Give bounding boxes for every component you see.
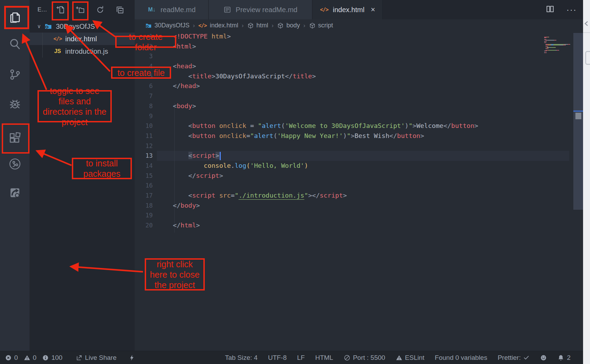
breadcrumb-item-30DaysOfJS[interactable]: 30DaysOfJS bbox=[145, 22, 189, 29]
code-line bbox=[173, 111, 478, 121]
vscode-window: ⚙ E... ∨30DaysOfJS</>index.htmlJSintrodu… bbox=[0, 0, 590, 364]
status-item-100[interactable]: 100 bbox=[42, 354, 62, 362]
refresh-icon bbox=[95, 5, 105, 15]
activity-share-icon[interactable] bbox=[0, 180, 30, 206]
code-line: <script src="./introduction.js"></script… bbox=[173, 191, 478, 201]
status-item-lightning-icon[interactable] bbox=[128, 354, 135, 361]
tab-Preview readMe.md[interactable]: Preview readMe.md bbox=[209, 0, 312, 19]
code-line: <button onclick = "alert('Welcome to 30D… bbox=[173, 121, 478, 131]
status-item-UTF-8[interactable]: UTF-8 bbox=[268, 354, 287, 362]
breadcrumb-item-index.html[interactable]: </>index.html bbox=[198, 22, 238, 29]
activity-source-control-icon[interactable] bbox=[0, 61, 30, 88]
breadcrumb-separator: › bbox=[272, 23, 273, 29]
code-line: </body> bbox=[173, 201, 478, 211]
status-item-Live Share[interactable]: Live Share bbox=[76, 354, 117, 362]
refresh-icon[interactable] bbox=[95, 5, 105, 16]
code-line bbox=[173, 51, 478, 61]
thumbnail-outline bbox=[585, 51, 590, 65]
collapse-all-icon[interactable] bbox=[115, 5, 125, 16]
preview-icon bbox=[223, 6, 231, 14]
scrollbar-slider[interactable] bbox=[573, 33, 583, 210]
breadcrumb-label: index.html bbox=[210, 22, 238, 29]
breadcrumb-separator: › bbox=[303, 23, 305, 29]
bell-icon bbox=[557, 354, 564, 361]
code-line: <button onclick="alert('Happy New Year!'… bbox=[173, 131, 478, 141]
js-file-icon: JS bbox=[53, 48, 62, 54]
status-item-Port : 5500[interactable]: Port : 5500 bbox=[344, 354, 385, 362]
text-cursor bbox=[220, 152, 221, 160]
overview-ruler-marker bbox=[575, 113, 581, 119]
page-background-strip bbox=[583, 0, 590, 364]
code-line: <!DOCTYPE html> bbox=[173, 32, 478, 42]
carousel-prev-icon[interactable] bbox=[584, 21, 589, 28]
status-item-LF[interactable]: LF bbox=[297, 354, 305, 362]
tree-indent-guide bbox=[42, 33, 43, 58]
breadcrumb-separator: › bbox=[242, 23, 244, 29]
more-actions-icon[interactable]: ··· bbox=[566, 5, 577, 15]
source-control-icon bbox=[8, 68, 22, 81]
code-line: <html> bbox=[173, 42, 478, 52]
breadcrumb-separator: › bbox=[193, 23, 195, 29]
tab-index.html[interactable]: </>index.html× bbox=[312, 0, 383, 19]
tree-item-30DaysOfJS[interactable]: ∨30DaysOfJS bbox=[30, 20, 135, 33]
activity-search-icon[interactable] bbox=[0, 31, 30, 57]
status-bar: 00100Live Share Tab Size: 4UTF-8LFHTMLPo… bbox=[0, 351, 590, 364]
annotation-create-file: to create file bbox=[111, 67, 171, 79]
close-icon[interactable]: × bbox=[371, 5, 375, 14]
code-line: </script> bbox=[173, 171, 478, 181]
status-item-Tab Size: 4[interactable]: Tab Size: 4 bbox=[225, 354, 258, 362]
status-item-Found 0 variables[interactable]: Found 0 variables bbox=[435, 354, 487, 362]
collapse-all-icon bbox=[115, 5, 125, 15]
breadcrumb-item-html[interactable]: html bbox=[247, 22, 268, 29]
code-line bbox=[173, 91, 478, 101]
annotation-install-packages: to install packages bbox=[72, 158, 132, 179]
status-item-0[interactable]: 0 bbox=[5, 354, 18, 362]
explorer-title: E... bbox=[37, 6, 47, 13]
status-item-Prettier:[interactable]: Prettier: bbox=[498, 354, 530, 362]
markdown-icon: M↓ bbox=[147, 7, 156, 13]
folder-icon bbox=[44, 22, 53, 31]
split-editor-icon bbox=[546, 5, 555, 14]
smiley-icon bbox=[540, 354, 547, 361]
chevron-down-icon[interactable]: ∨ bbox=[37, 23, 41, 29]
status-item-HTML[interactable]: HTML bbox=[315, 354, 333, 362]
status-item-smiley-icon[interactable] bbox=[540, 354, 547, 361]
eslint-warning-icon bbox=[396, 354, 403, 361]
code-line: <title>30DaysOfJavaScript</title> bbox=[173, 71, 478, 81]
split-editor-icon[interactable] bbox=[546, 5, 555, 15]
cube-icon bbox=[277, 22, 284, 29]
status-item-2[interactable]: 2 bbox=[557, 354, 571, 362]
tab-label: index.html bbox=[333, 6, 364, 14]
annotation-toggle-files: toggle to see files and directories in t… bbox=[37, 90, 112, 122]
tab-label: Preview readMe.md bbox=[236, 6, 297, 14]
cube-icon bbox=[247, 22, 254, 29]
folder-icon bbox=[145, 22, 152, 29]
breadcrumb-item-script[interactable]: script bbox=[309, 22, 333, 29]
breadcrumb-label: 30DaysOfJS bbox=[154, 22, 189, 29]
breadcrumb-item-body[interactable]: body bbox=[277, 22, 300, 29]
annotation-box-extensions-icon bbox=[2, 123, 30, 154]
activity-live-share-circle-icon[interactable] bbox=[0, 151, 30, 177]
code-line bbox=[173, 141, 478, 151]
share-icon bbox=[8, 186, 22, 199]
html-file-icon: </> bbox=[320, 7, 329, 13]
annotation-box-new-folder-icon bbox=[72, 1, 88, 20]
overview-ruler-cursor-marker bbox=[573, 111, 583, 112]
code-line bbox=[173, 210, 478, 220]
tab-label: readMe.md bbox=[160, 6, 195, 14]
search-icon bbox=[8, 37, 22, 51]
error-icon bbox=[5, 354, 12, 361]
code-line: </html> bbox=[173, 220, 478, 231]
live-share-circle-icon bbox=[8, 157, 22, 171]
breadcrumb: 30DaysOfJS›</>index.html›html›body›scrip… bbox=[135, 19, 583, 32]
code-editor[interactable]: 1234567891011121314151617181920 <!DOCTYP… bbox=[135, 32, 583, 351]
tab-readMe.md[interactable]: M↓readMe.md bbox=[135, 0, 209, 19]
minimap[interactable] bbox=[544, 33, 571, 49]
info-icon bbox=[42, 354, 49, 361]
status-item-ESLint[interactable]: ESLint bbox=[396, 354, 424, 362]
line-numbers: 1234567891011121314151617181920 bbox=[135, 32, 157, 231]
lightning-icon bbox=[128, 354, 135, 361]
tree-item-label: introduction.js bbox=[65, 47, 108, 55]
activity-debug-icon[interactable] bbox=[0, 91, 30, 117]
status-item-0[interactable]: 0 bbox=[24, 354, 37, 362]
